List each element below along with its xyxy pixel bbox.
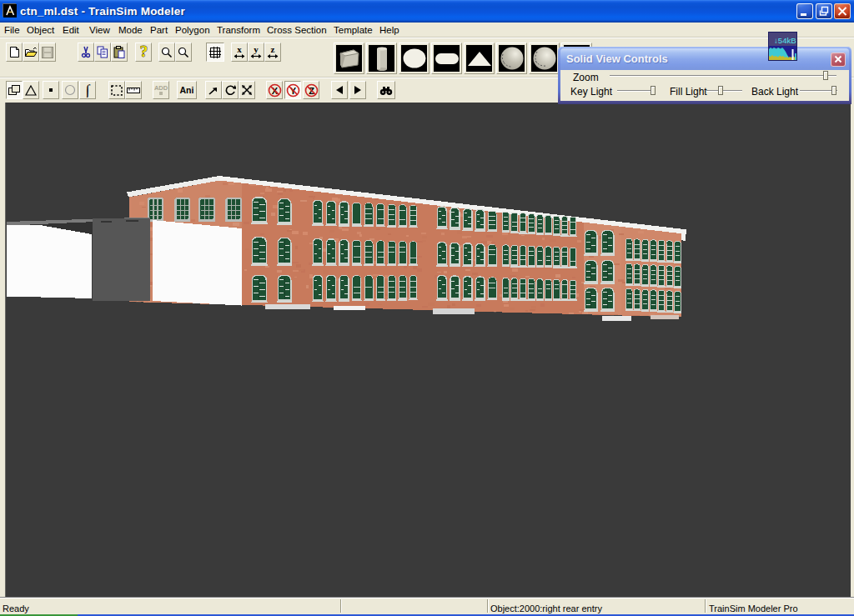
svg-text:ADD: ADD <box>154 84 168 92</box>
svg-text:∫: ∫ <box>85 83 91 98</box>
svg-text:z: z <box>271 45 275 54</box>
svg-text:↓54kB: ↓54kB <box>774 36 796 45</box>
svg-text:x: x <box>237 45 242 54</box>
svg-text:y: y <box>254 45 259 54</box>
svg-text:?: ? <box>139 44 148 60</box>
svg-text:Ani: Ani <box>180 85 194 95</box>
